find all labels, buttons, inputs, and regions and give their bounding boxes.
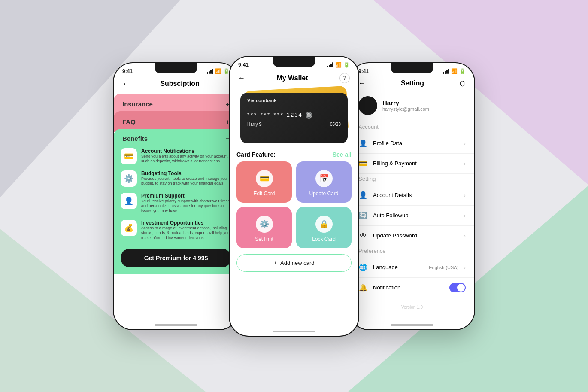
section-label-preference: Preference [350, 246, 474, 258]
accordion-benefits[interactable]: Benefits − [114, 129, 238, 148]
language-icon: 🌐 [358, 263, 368, 272]
premium-button[interactable]: Get Premium for 4,99$ [121, 249, 231, 267]
time-right: 9:41 [358, 68, 369, 74]
settings-item-notification[interactable]: 🔔 Notification [350, 278, 474, 298]
benefit-desc-notifications: Send you alerts about any activity on yo… [141, 154, 231, 164]
settings-item-profile-data[interactable]: 👤 Profile Data › [350, 134, 474, 154]
update-card-label: Update Card [309, 191, 338, 197]
back-button[interactable]: ← [122, 79, 130, 88]
wallet-title: My Wallet [276, 74, 308, 82]
benefit-icon-investment: 💰 [121, 220, 137, 236]
benefit-text-support: Premium Support You'll receive priority … [141, 193, 231, 214]
feature-lock-card[interactable]: 🔒 Lock Card [296, 207, 352, 248]
features-grid: 💳 Edit Card 📅 Update Card ⚙️ Set limit 🔒… [230, 161, 358, 248]
wallet-back-button[interactable]: ← [238, 74, 245, 82]
wifi-icon-r: 📶 [451, 68, 458, 74]
benefits-label: Benefits [122, 135, 148, 142]
chevron-auto-followup: › [464, 212, 466, 219]
benefits-content: 💳 Account Notifications Send you alerts … [114, 148, 238, 274]
settings-item-language[interactable]: 🌐 Language English (USA) › [350, 258, 474, 278]
card-number: *** *** *** 1234 🔘 [247, 112, 341, 119]
insurance-toggle-icon: + [226, 100, 230, 108]
lock-card-icon: 🔒 [315, 216, 333, 233]
phone-center: 9:41 📶 🔋 ← My Wallet ? Vietcombank *** *… [230, 57, 358, 336]
benefit-text-budgeting: Budgeting Tools Provides you with tools … [141, 170, 231, 186]
wifi-icon: 📶 [215, 68, 221, 74]
accordion-list: Insurance + FAQ + Benefits − 💳 Account N… [114, 94, 238, 274]
version-text: Version 1.0 [350, 298, 474, 316]
wallet-header: ← My Wallet ? [230, 70, 358, 88]
profile-data-label: Profile Data [373, 140, 458, 146]
status-icons-right: 📶 🔋 [443, 68, 466, 74]
phones-container: 9:41 📶 🔋 ← Subsciption Insurance + FAQ + [114, 57, 474, 336]
subscription-title: Subsciption [130, 80, 230, 88]
time-center: 9:41 [238, 62, 249, 68]
settings-item-auto-followup[interactable]: 🔄 Auto Followup › [350, 206, 474, 226]
home-indicator-center [273, 331, 315, 332]
card-front: Vietcombank *** *** *** 1234 🔘 Harry S 0… [240, 93, 348, 143]
profile-data-icon: 👤 [358, 139, 368, 148]
benefit-text-investment: Investment Opportunities Access to a ran… [141, 220, 231, 241]
signal-icon [207, 69, 213, 74]
account-details-icon: 👤 [358, 191, 368, 200]
chevron-update-password: › [464, 232, 466, 239]
benefit-title-support: Premium Support [141, 193, 231, 199]
update-card-icon: 📅 [315, 170, 333, 187]
chevron-profile-data: › [464, 140, 466, 147]
add-card-label: Add new card [280, 260, 315, 266]
notification-toggle[interactable] [449, 283, 466, 292]
auto-followup-label: Auto Followup [373, 212, 458, 219]
card-bank: Vietcombank [247, 98, 341, 103]
benefit-premium-support: 👤 Premium Support You'll receive priorit… [121, 193, 231, 214]
benefit-budgeting: ⚙️ Budgeting Tools Provides you with too… [121, 170, 231, 187]
benefit-icon-support: 👤 [121, 193, 137, 209]
account-details-label: Account Details [373, 192, 458, 198]
auto-followup-icon: 🔄 [358, 211, 368, 220]
card-holder-name: Harry S [247, 122, 262, 127]
benefit-desc-investment: Access to a range of investment options,… [141, 226, 231, 241]
home-indicator-right [391, 324, 433, 326]
battery-icon-r: 🔋 [459, 68, 466, 74]
signal-icon-c [327, 62, 333, 67]
set-limit-icon: ⚙️ [256, 216, 273, 233]
benefit-icon-budgeting: ⚙️ [121, 170, 137, 187]
status-icons-center: 📶 🔋 [327, 62, 350, 68]
edit-card-label: Edit Card [253, 191, 275, 197]
settings-item-billing[interactable]: 💳 Billing & Payment › [350, 154, 474, 174]
settings-item-update-password[interactable]: 👁 Update Password › [350, 226, 474, 246]
wallet-help-icon[interactable]: ? [339, 73, 350, 83]
faq-label: FAQ [122, 118, 136, 125]
feature-update-card[interactable]: 📅 Update Card [296, 161, 352, 203]
benefit-icon-notifications: 💳 [121, 148, 137, 164]
see-all-link[interactable]: See all [333, 151, 352, 158]
billing-icon: 💳 [358, 159, 368, 168]
lock-card-label: Lock Card [312, 236, 336, 242]
battery-icon: 🔋 [223, 68, 230, 74]
card-features-label: Card Feature: [236, 151, 276, 158]
battery-icon-c: 🔋 [343, 62, 350, 68]
user-profile: Harry harrystyle@gmail.com [350, 93, 474, 122]
benefit-investment: 💰 Investment Opportunities Access to a r… [121, 220, 231, 241]
phone-right: 9:41 📶 🔋 ← Setting ⬡ Harry harrystyle@gm… [350, 63, 474, 329]
benefit-desc-budgeting: Provides you with tools to create and ma… [141, 176, 231, 186]
benefit-title-investment: Investment Opportunities [141, 220, 231, 226]
notch-center [273, 57, 315, 67]
settings-item-account-details[interactable]: 👤 Account Details › [350, 185, 474, 206]
feature-edit-card[interactable]: 💳 Edit Card [236, 161, 292, 203]
notch-right [391, 63, 433, 73]
benefits-toggle-icon: − [226, 135, 230, 142]
card-bottom: Harry S 05/23 [247, 122, 341, 127]
benefit-account-notifications: 💳 Account Notifications Send you alerts … [121, 148, 231, 164]
notch-left [155, 63, 197, 73]
card-dots: *** *** *** [247, 112, 284, 118]
add-card-button[interactable]: + Add new card [236, 254, 352, 272]
settings-logout-icon[interactable]: ⬡ [460, 79, 466, 88]
wifi-icon-c: 📶 [335, 62, 342, 68]
card-last-digits: 1234 [287, 112, 303, 118]
benefit-title-budgeting: Budgeting Tools [141, 170, 231, 176]
benefit-title-notifications: Account Notifications [141, 148, 231, 154]
benefit-desc-support: You'll receive priority support with sho… [141, 199, 231, 214]
feature-set-limit[interactable]: ⚙️ Set limit [236, 207, 292, 248]
notification-label: Notification [373, 284, 444, 291]
settings-back-button[interactable]: ← [358, 79, 365, 87]
